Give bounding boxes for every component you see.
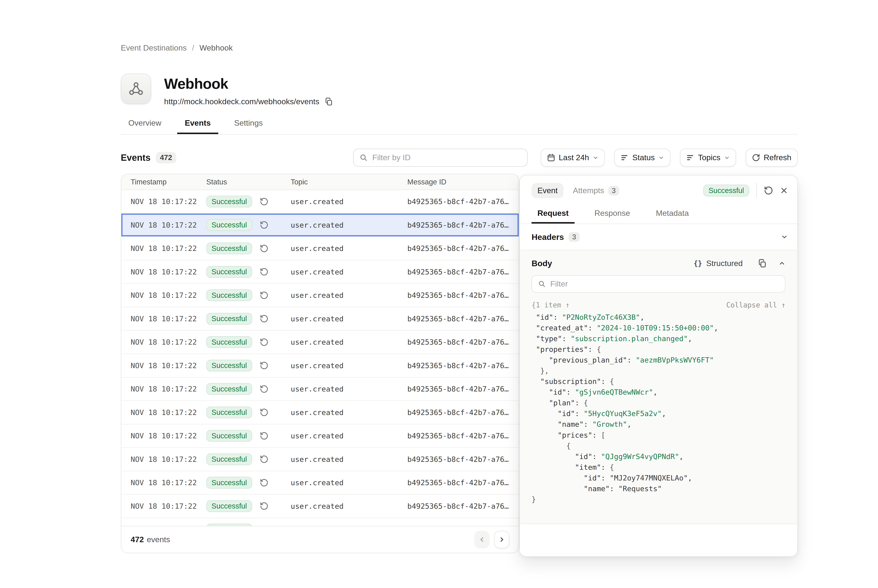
status-cell: Successful: [206, 500, 291, 512]
status-cell: Successful: [206, 430, 291, 442]
retry-event-button[interactable]: [260, 478, 269, 487]
table-row[interactable]: NOV 18 10:17:22Successfuluser.createdb49…: [121, 213, 519, 237]
table-row[interactable]: NOV 18 10:17:22Successfuluser.createdb49…: [121, 284, 519, 307]
refresh-button[interactable]: Refresh: [746, 148, 798, 167]
table-row[interactable]: NOV 18 10:17:22Successfuluser.createdb49…: [121, 307, 519, 331]
tab-overview[interactable]: Overview: [121, 118, 169, 134]
json-line: "name": "Requests": [532, 483, 785, 494]
body-filter[interactable]: [532, 275, 785, 292]
retry-event-button[interactable]: [260, 338, 269, 346]
retry-event-button[interactable]: [260, 361, 269, 370]
breadcrumb-current: Webhook: [200, 44, 233, 52]
headers-section[interactable]: Headers 3: [520, 224, 797, 250]
retry-event-button[interactable]: [260, 244, 269, 253]
topics-filter-button[interactable]: Topics: [680, 148, 736, 167]
collapse-all-button[interactable]: Collapse all ↑: [726, 301, 786, 309]
message-id-cell: b4925365-b8cf-42b7-a76…: [407, 478, 519, 487]
date-range-button[interactable]: Last 24h: [541, 148, 605, 167]
structured-toggle[interactable]: {} Structured: [694, 259, 743, 268]
retry-event-button[interactable]: [260, 432, 269, 440]
previous-page-button[interactable]: [474, 531, 490, 548]
table-header-row: Timestamp Status Topic Message ID: [121, 174, 519, 190]
table-row[interactable]: NOV 18 10:17:22Successfuluser.createdb49…: [121, 378, 519, 401]
panel-tabs: Request Response Metadata: [520, 206, 797, 224]
segment-attempts[interactable]: Attempts 3: [573, 186, 619, 195]
topic-cell: user.created: [291, 338, 407, 346]
next-page-button[interactable]: [494, 531, 510, 548]
table-row[interactable]: NOV 18 10:17:22Successfuluser.createdb49…: [121, 518, 519, 526]
json-line: "id": "MJ2oy747MNQXELAo",: [532, 473, 785, 483]
segment-event[interactable]: Event: [532, 183, 564, 198]
json-line: },: [532, 366, 785, 376]
retry-icon: [260, 338, 269, 346]
breadcrumb: Event Destinations / Webhook: [121, 0, 798, 52]
timestamp-cell: NOV 18 10:17:22: [121, 291, 206, 300]
collapse-body-button[interactable]: [779, 260, 785, 267]
timestamp-cell: NOV 18 10:17:22: [121, 338, 206, 346]
table-row[interactable]: NOV 18 10:17:22Successfuluser.createdb49…: [121, 237, 519, 260]
copy-icon: [325, 98, 333, 106]
retry-event-button[interactable]: [260, 267, 269, 276]
table-row[interactable]: NOV 18 10:17:22Successfuluser.createdb49…: [121, 190, 519, 213]
content: Event Destinations / Webhook Webhook htt…: [121, 0, 798, 557]
topic-cell: user.created: [291, 221, 407, 230]
topic-cell: user.created: [291, 291, 407, 300]
table-row[interactable]: NOV 18 10:17:22Successfuluser.createdb49…: [121, 331, 519, 354]
status-cell: Successful: [206, 243, 291, 254]
close-panel-button[interactable]: [780, 187, 788, 194]
status-cell: Successful: [206, 360, 291, 372]
status-badge: Successful: [206, 477, 252, 489]
retry-event-button[interactable]: [260, 455, 269, 464]
retry-event-button[interactable]: [260, 197, 269, 206]
status-badge: Successful: [206, 453, 252, 465]
filter-by-id-input[interactable]: [372, 153, 521, 162]
json-line: {: [532, 441, 785, 451]
table-row[interactable]: NOV 18 10:17:22Successfuluser.createdb49…: [121, 495, 519, 518]
retry-event-button[interactable]: [260, 502, 269, 510]
braces-icon: {}: [694, 260, 702, 267]
date-range-label: Last 24h: [559, 153, 589, 162]
message-id-cell: b4925365-b8cf-42b7-a76…: [407, 338, 519, 346]
tab-request[interactable]: Request: [532, 206, 574, 224]
status-filter-button[interactable]: Status: [614, 148, 671, 167]
retry-event-button[interactable]: [260, 291, 269, 300]
copy-body-button[interactable]: [758, 259, 767, 268]
message-id-cell: b4925365-b8cf-42b7-a76…: [407, 432, 519, 440]
tab-metadata[interactable]: Metadata: [650, 206, 695, 224]
body-filter-input[interactable]: [550, 279, 779, 288]
breadcrumb-parent-link[interactable]: Event Destinations: [121, 44, 187, 52]
retry-icon: [764, 186, 773, 195]
retry-event-button[interactable]: [260, 385, 269, 393]
table-row[interactable]: NOV 18 10:17:22Successfuluser.createdb49…: [121, 448, 519, 471]
tab-events[interactable]: Events: [177, 118, 218, 134]
table-row[interactable]: NOV 18 10:17:22Successfuluser.createdb49…: [121, 260, 519, 284]
copy-url-button[interactable]: [325, 98, 333, 106]
table-row[interactable]: NOV 18 10:17:22Successfuluser.createdb49…: [121, 354, 519, 378]
topic-cell: user.created: [291, 197, 407, 206]
items-count-toggle[interactable]: {1 item ↑: [532, 301, 570, 309]
retry-event-button[interactable]: [260, 314, 269, 323]
table-row[interactable]: NOV 18 10:17:22Successfuluser.createdb49…: [121, 401, 519, 424]
status-cell: Successful: [206, 313, 291, 325]
tab-settings[interactable]: Settings: [227, 118, 271, 134]
events-total-count: 472: [131, 535, 144, 544]
table-row[interactable]: NOV 18 10:17:22Successfuluser.createdb49…: [121, 424, 519, 448]
retry-event-button[interactable]: [260, 408, 269, 417]
status-badge: Successful: [206, 219, 252, 231]
status-cell: Successful: [206, 336, 291, 348]
search-icon: [538, 280, 546, 288]
tab-response[interactable]: Response: [589, 206, 636, 224]
expand-headers-button[interactable]: [781, 234, 788, 241]
headers-count-badge: 3: [568, 232, 579, 242]
timestamp-cell: NOV 18 10:17:22: [121, 408, 206, 417]
retry-event-button[interactable]: [764, 186, 773, 195]
structured-label: Structured: [706, 259, 743, 268]
json-line: "id": "gSjvn6eQTBewNWcr",: [532, 387, 785, 398]
filter-by-id-search[interactable]: [353, 148, 528, 167]
body-section-header: Body {} Structured: [532, 259, 785, 268]
retry-icon: [260, 478, 269, 487]
retry-event-button[interactable]: [260, 220, 269, 230]
table-row[interactable]: NOV 18 10:17:22Successfuluser.createdb49…: [121, 471, 519, 495]
json-line: "id": "P2NoRtyZoTc46X3B",: [532, 312, 785, 323]
body-label: Body: [532, 259, 552, 268]
